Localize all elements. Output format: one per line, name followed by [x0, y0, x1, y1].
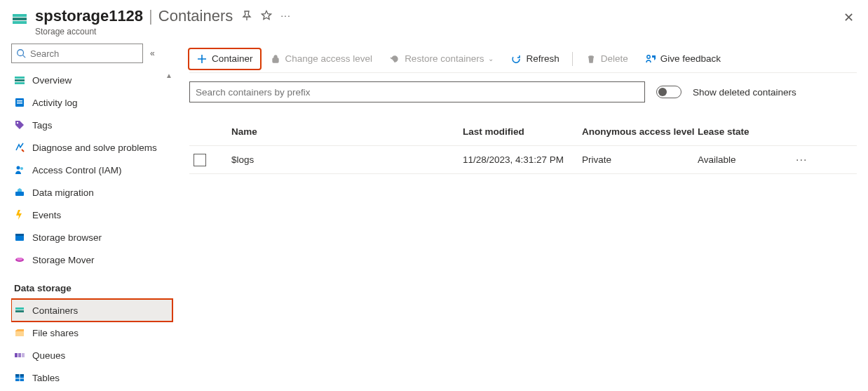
cell-name[interactable]: $logs	[231, 154, 463, 165]
show-deleted-toggle[interactable]	[656, 86, 681, 98]
file-shares-icon	[14, 327, 25, 338]
tags-icon	[14, 119, 25, 131]
col-lease-state[interactable]: Lease state	[698, 126, 796, 137]
migration-icon	[14, 187, 25, 198]
svg-rect-8	[17, 100, 22, 102]
scroll-up-arrow: ▲	[165, 72, 172, 79]
activity-log-icon	[14, 97, 25, 108]
svg-point-11	[17, 166, 20, 170]
change-access-level-button: Change access level	[263, 49, 380, 69]
show-deleted-label: Show deleted containers	[693, 87, 796, 98]
refresh-button[interactable]: Refresh	[503, 49, 566, 69]
containers-icon	[14, 305, 25, 316]
give-feedback-button[interactable]: Give feedback	[638, 49, 728, 69]
storage-account-icon	[11, 10, 28, 27]
sidebar-item-tags[interactable]: Tags	[11, 114, 172, 136]
command-bar: Container Change access level Restore co…	[189, 45, 857, 73]
svg-point-3	[18, 50, 24, 56]
col-access-level[interactable]: Anonymous access level	[582, 126, 698, 137]
sidebar-search-input[interactable]	[30, 48, 138, 59]
sidebar-item-storage-mover[interactable]: Storage Mover	[11, 248, 172, 271]
sidebar-item-tables[interactable]: Tables	[11, 366, 172, 389]
page-header: spstorage1128 | Containers ··· Storage a…	[0, 0, 868, 39]
svg-rect-20	[15, 331, 24, 336]
sidebar-item-label: Tables	[32, 373, 60, 383]
sidebar-item-label: Data migration	[32, 187, 94, 198]
more-icon[interactable]: ···	[280, 10, 291, 21]
favorite-icon[interactable]	[261, 10, 272, 21]
sidebar-item-containers[interactable]: Containers	[11, 299, 172, 322]
sidebar-item-overview[interactable]: Overview	[11, 69, 172, 91]
svg-rect-13	[15, 192, 24, 196]
trash-icon	[585, 53, 597, 65]
collapse-sidebar-icon[interactable]: «	[150, 48, 155, 58]
sidebar-item-label: Diagnose and solve problems	[32, 143, 157, 153]
events-icon	[14, 209, 25, 220]
tables-icon	[14, 372, 25, 383]
table-row[interactable]: $logs 11/28/2023, 4:31:27 PM Private Ava…	[189, 146, 857, 174]
close-icon[interactable]: ✕	[841, 7, 857, 28]
delete-button: Delete	[578, 49, 635, 69]
new-container-button[interactable]: Container	[189, 49, 260, 69]
sidebar-item-label: Storage Mover	[32, 255, 95, 265]
undo-icon	[389, 53, 400, 65]
sidebar-item-migration[interactable]: Data migration	[11, 181, 172, 204]
storage-mover-icon	[14, 254, 25, 265]
row-context-menu-icon[interactable]: ···	[796, 154, 824, 166]
filter-row: Show deleted containers	[189, 81, 857, 102]
svg-rect-2	[13, 21, 27, 24]
queues-icon	[14, 350, 25, 361]
svg-rect-22	[18, 353, 21, 357]
containers-table: Name Last modified Anonymous access leve…	[189, 118, 857, 174]
lock-icon	[270, 53, 281, 65]
cell-access-level: Private	[582, 154, 698, 165]
svg-rect-19	[15, 310, 24, 312]
svg-rect-15	[15, 234, 24, 236]
cell-last-modified: 11/28/2023, 4:31:27 PM	[463, 154, 582, 165]
svg-rect-4	[15, 77, 25, 79]
svg-rect-28	[273, 58, 278, 62]
sidebar-item-label: Storage browser	[32, 232, 102, 243]
row-checkbox[interactable]	[194, 154, 206, 166]
refresh-icon	[510, 53, 522, 65]
table-header: Name Last modified Anonymous access leve…	[189, 118, 857, 146]
svg-rect-0	[13, 14, 27, 17]
sidebar-item-label: Tags	[32, 120, 53, 131]
sidebar-item-iam[interactable]: Access Control (IAM)	[11, 159, 172, 181]
cell-lease-state: Available	[698, 154, 796, 165]
svg-point-12	[20, 167, 23, 170]
overview-icon	[14, 74, 25, 86]
svg-point-29	[647, 55, 650, 58]
sidebar-item-label: Overview	[32, 75, 72, 86]
sidebar-item-queues[interactable]: Queues	[11, 344, 172, 366]
toolbar-separator	[572, 52, 573, 66]
svg-point-17	[17, 258, 22, 260]
svg-rect-9	[17, 102, 22, 104]
container-search-input[interactable]	[189, 81, 645, 102]
resource-name: spstorage1128	[35, 7, 143, 25]
sidebar-item-label: Activity log	[32, 98, 78, 108]
sidebar-item-file-shares[interactable]: File shares	[11, 322, 172, 344]
pin-icon[interactable]	[241, 10, 252, 21]
feedback-icon	[645, 53, 656, 65]
sidebar-item-label: Events	[32, 210, 61, 220]
sidebar-item-storage-browser[interactable]: Storage browser	[11, 226, 172, 248]
sidebar-item-diagnose[interactable]: Diagnose and solve problems	[11, 136, 172, 159]
col-name[interactable]: Name	[231, 126, 463, 137]
sidebar-section-data-storage: Data storage	[11, 277, 172, 299]
svg-point-10	[17, 122, 18, 124]
search-icon	[16, 48, 26, 58]
col-last-modified[interactable]: Last modified	[463, 126, 582, 137]
sidebar-item-label: Containers	[32, 305, 78, 316]
sidebar-item-label: Queues	[32, 350, 65, 361]
svg-rect-5	[15, 79, 25, 81]
svg-rect-23	[22, 353, 25, 357]
diagnose-icon	[14, 142, 25, 153]
sidebar-item-activity-log[interactable]: Activity log	[11, 91, 172, 114]
sidebar-search[interactable]	[11, 44, 143, 63]
sidebar-item-events[interactable]: Events	[11, 204, 172, 226]
iam-icon	[14, 164, 25, 175]
chevron-down-icon: ⌄	[488, 55, 494, 62]
main-pane: Container Change access level Restore co…	[174, 39, 868, 391]
restore-containers-button: Restore containers ⌄	[382, 49, 501, 69]
